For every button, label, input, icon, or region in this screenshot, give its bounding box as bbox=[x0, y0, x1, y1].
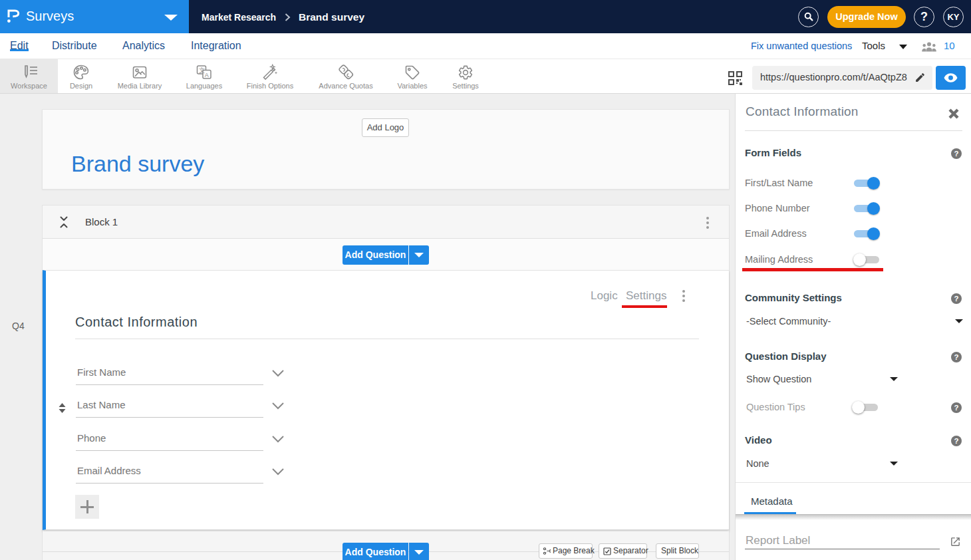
svg-text:A: A bbox=[205, 72, 209, 78]
